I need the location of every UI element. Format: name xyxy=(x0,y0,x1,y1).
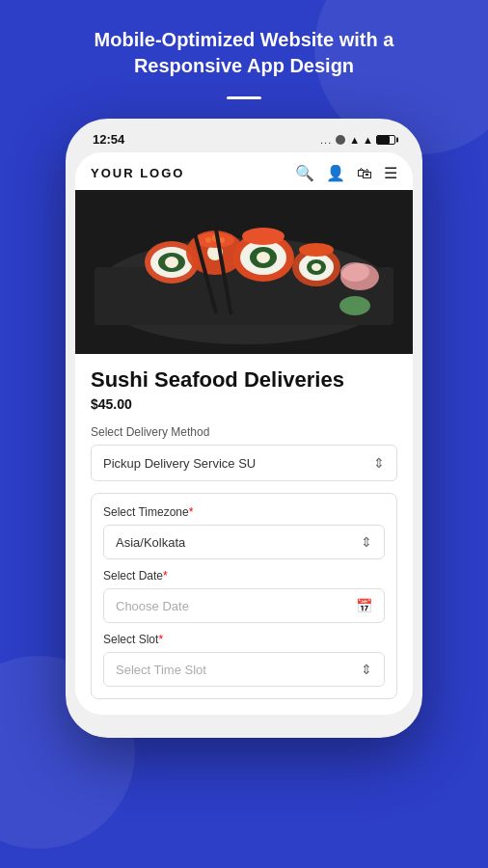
header-divider xyxy=(227,96,261,99)
slot-select[interactable]: Select Time Slot ⇕ xyxy=(103,652,385,687)
app-navbar: YOUR LOGO 🔍 👤 🛍 ☰ xyxy=(75,152,413,190)
timezone-value: Asia/Kolkata xyxy=(116,535,185,550)
svg-point-17 xyxy=(242,228,285,245)
calendar-icon: 📅 xyxy=(356,598,372,613)
svg-point-22 xyxy=(339,296,370,315)
timezone-required-star: * xyxy=(189,505,194,519)
battery-icon xyxy=(376,135,395,145)
date-label: Select Date* xyxy=(103,569,385,583)
phone-dots: ... xyxy=(320,134,332,146)
date-required-star: * xyxy=(163,569,168,583)
svg-point-27 xyxy=(299,243,334,257)
phone-camera xyxy=(336,135,345,145)
svg-point-16 xyxy=(257,252,270,263)
product-title: Sushi Seafood Deliveries xyxy=(91,367,397,393)
app-logo: YOUR LOGO xyxy=(91,166,184,180)
delivery-method-arrow-icon: ⇕ xyxy=(373,455,385,471)
date-placeholder: Choose Date xyxy=(116,599,189,613)
phone-status-icons: ... ▲ ▲ xyxy=(320,134,395,146)
search-icon[interactable]: 🔍 xyxy=(295,164,314,182)
phone-time: 12:54 xyxy=(93,132,124,147)
slot-arrow-icon: ⇕ xyxy=(361,662,372,677)
battery-fill xyxy=(377,136,390,144)
date-picker[interactable]: Choose Date 📅 xyxy=(103,588,385,623)
signal-icon: ▲ xyxy=(363,134,373,146)
phone-status-bar: 12:54 ... ▲ ▲ xyxy=(75,132,413,152)
menu-icon[interactable]: ☰ xyxy=(384,164,397,182)
svg-point-10 xyxy=(205,237,211,243)
delivery-method-value: Pickup Delivery Service SU xyxy=(103,456,256,471)
delivery-method-select[interactable]: Pickup Delivery Service SU ⇕ xyxy=(91,445,397,481)
content-area: Sushi Seafood Deliveries $45.00 Select D… xyxy=(75,354,413,715)
svg-point-26 xyxy=(312,263,321,271)
page-header-title: Mobile-Optimized Website with a Responsi… xyxy=(0,27,488,79)
nav-icons-group: 🔍 👤 🛍 ☰ xyxy=(295,164,397,182)
phone-frame: 12:54 ... ▲ ▲ YOUR LOGO 🔍 👤 🛍 ☰ xyxy=(66,119,422,738)
sushi-svg xyxy=(75,190,413,354)
product-price: $45.00 xyxy=(91,396,397,412)
slot-required-star: * xyxy=(158,633,163,646)
delivery-options-box: Select Timezone* Asia/Kolkata ⇕ Select D… xyxy=(91,493,397,699)
user-icon[interactable]: 👤 xyxy=(326,164,345,182)
slot-placeholder: Select Time Slot xyxy=(116,663,206,677)
wifi-icon: ▲ xyxy=(349,134,360,146)
signal-icons: ▲ ▲ xyxy=(349,134,395,146)
hero-image xyxy=(75,190,413,354)
svg-point-6 xyxy=(165,257,178,268)
phone-screen: YOUR LOGO 🔍 👤 🛍 ☰ xyxy=(75,152,413,715)
bag-icon[interactable]: 🛍 xyxy=(357,165,372,182)
timezone-label: Select Timezone* xyxy=(103,505,385,519)
timezone-select[interactable]: Asia/Kolkata ⇕ xyxy=(103,525,385,559)
timezone-arrow-icon: ⇕ xyxy=(361,534,372,550)
svg-point-21 xyxy=(340,262,369,282)
delivery-method-label: Select Delivery Method xyxy=(91,425,397,439)
slot-label: Select Slot* xyxy=(103,633,385,646)
